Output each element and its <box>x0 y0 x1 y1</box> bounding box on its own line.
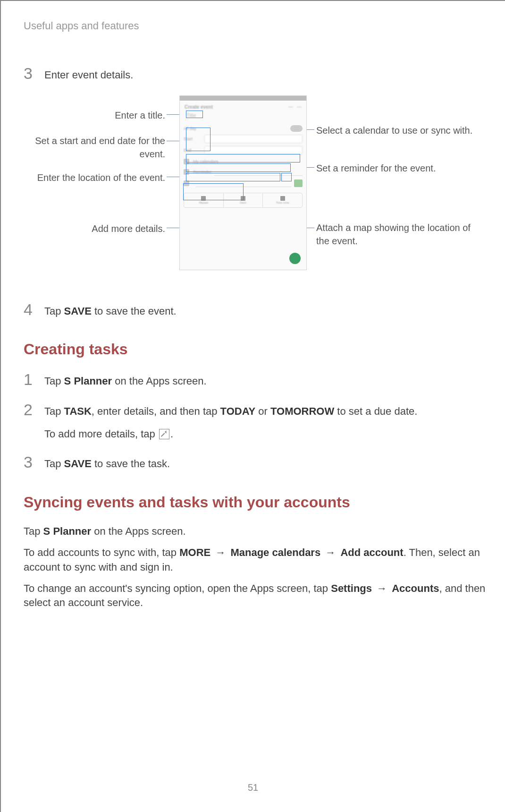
step-number: 4 <box>24 301 44 317</box>
heading-creating-tasks: Creating tasks <box>24 341 490 358</box>
highlight-dates <box>186 128 210 151</box>
callout-reminder: Set a reminder for the event. <box>316 162 486 175</box>
callout-location: Enter the location of the event. <box>24 171 165 184</box>
callout-more-details: Add more details. <box>24 222 165 235</box>
step-number: 3 <box>24 454 44 470</box>
step-4: 4 Tap SAVE to save the event. <box>24 301 490 318</box>
heading-syncing: Syncing events and tasks with your accou… <box>24 494 490 511</box>
syncing-p2: To add accounts to sync with, tap MORE →… <box>24 546 490 575</box>
callout-calendar: Select a calendar to use or sync with. <box>316 124 486 137</box>
highlight-title <box>186 111 203 118</box>
phone-header-actions: ⋯ ⋯ <box>288 104 302 110</box>
tasks-step-1: 1 Tap S Planner on the Apps screen. <box>24 371 490 388</box>
page-number: 51 <box>1 782 505 793</box>
map-chip-icon <box>294 179 303 187</box>
step-number: 2 <box>24 402 44 418</box>
expand-icon <box>159 429 169 439</box>
status-bar <box>180 96 306 101</box>
step-text: Tap SAVE to save the task. <box>44 454 170 471</box>
tasks-step-3: 3 Tap SAVE to save the task. <box>24 454 490 471</box>
figure-create-event: Enter a title. Set a start and end date … <box>24 95 491 284</box>
toggle-icon <box>290 125 303 132</box>
callout-map: Attach a map showing the location of the… <box>316 221 486 248</box>
running-header: Useful apps and features <box>24 20 490 32</box>
step-text: Tap TASK, enter details, and then tap TO… <box>44 402 417 441</box>
highlight-reminder <box>186 163 291 172</box>
step-text: Tap S Planner on the Apps screen. <box>44 371 207 388</box>
highlight-toolbar <box>183 183 244 200</box>
step-number: 1 <box>24 371 44 387</box>
step-text: Enter event details. <box>44 65 133 82</box>
highlight-map-chip <box>281 173 292 181</box>
phone-screen-title: Create event <box>185 104 213 110</box>
highlight-calendar <box>186 154 300 162</box>
callout-title: Enter a title. <box>24 109 165 122</box>
callout-dates: Set a start and end date for the event. <box>24 134 165 161</box>
step-text: Tap SAVE to save the event. <box>44 301 177 318</box>
phone-mock: Create event ⋯ ⋯ Title All day Start End… <box>179 95 307 270</box>
step-number: 3 <box>24 65 44 81</box>
fab-icon <box>289 253 301 264</box>
syncing-p3: To change an account's syncing option, o… <box>24 581 490 611</box>
highlight-location <box>186 173 280 181</box>
tasks-step-2: 2 Tap TASK, enter details, and then tap … <box>24 402 490 441</box>
syncing-p1: Tap S Planner on the Apps screen. <box>24 524 490 539</box>
step-3: 3 Enter event details. <box>24 65 490 82</box>
page: Useful apps and features 3 Enter event d… <box>0 0 505 812</box>
